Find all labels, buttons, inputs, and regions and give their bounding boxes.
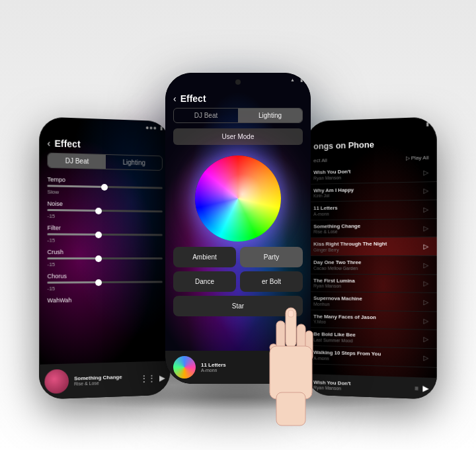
noise-slider[interactable] <box>48 209 163 212</box>
filter-slider[interactable] <box>48 233 163 236</box>
song-item[interactable]: Something Change Rise & Lose ▷ <box>306 219 437 238</box>
song-item[interactable]: Wish You Don't Ryan Manson ▷ <box>306 163 437 185</box>
song-title: Day One Two Three <box>313 259 361 266</box>
dance-button[interactable]: Dance <box>173 271 236 292</box>
song-play-icon[interactable]: ▷ <box>423 280 428 287</box>
right-controls[interactable]: ≡ ▶ <box>415 383 428 393</box>
effect-crush: Crush -15 <box>39 246 170 271</box>
ambient-button[interactable]: Ambient <box>173 247 236 267</box>
song-info: Why Am I Happy Kirin Jol <box>313 187 354 199</box>
effect-wahwah: WahWah <box>39 293 170 308</box>
tab-dj-beat-center[interactable]: DJ Beat <box>174 109 238 122</box>
left-header: ‹ Effect <box>39 128 170 156</box>
song-play-icon[interactable]: ▷ <box>423 187 428 195</box>
crush-slider[interactable] <box>48 257 163 259</box>
color-wheel-container <box>165 156 311 242</box>
star-button[interactable]: Star <box>173 296 303 316</box>
wifi-icon: ▲ <box>290 77 295 82</box>
effect-filter: Filter -15 <box>39 222 170 246</box>
left-album-art <box>44 369 69 394</box>
song-info: Walking 10 Steps From You A-monn <box>313 349 381 362</box>
left-play-controls[interactable]: ⋮⋮ ▶ <box>140 373 165 383</box>
left-now-playing: Something Change Rise & Lose <box>74 373 140 386</box>
right-screen: ▮ ongs on Phone ect All ▷ Play All Wish … <box>306 116 437 399</box>
left-tab-bar: DJ Beat Lighting <box>48 153 163 171</box>
song-item[interactable]: Kiss Right Through The Night Ginger Berr… <box>306 238 437 256</box>
center-play-icon[interactable]: ▶ <box>296 362 303 373</box>
song-play-icon[interactable]: ▷ <box>423 261 428 269</box>
song-title: Why Am I Happy <box>313 187 354 194</box>
song-item[interactable]: Walking 10 Steps From You A-monn ▷ <box>306 346 437 368</box>
user-mode-button[interactable]: User Mode <box>173 128 303 145</box>
queue-icon[interactable]: ≡ <box>415 384 418 392</box>
song-play-icon[interactable]: ▷ <box>423 298 428 306</box>
song-artist: Ryan Manson <box>313 175 350 180</box>
song-play-icon[interactable]: ▷ <box>423 169 428 176</box>
song-artist: A-monn <box>313 211 338 216</box>
song-play-icon[interactable]: ▷ <box>423 354 428 361</box>
phone-left: ▮ ‹ Effect DJ Beat Lighting Tempo Slow <box>39 116 170 399</box>
song-info: Day One Two Three Cacao Mellow Garden <box>313 259 361 271</box>
back-button[interactable]: ‹ <box>48 138 51 148</box>
color-wheel[interactable] <box>195 156 281 242</box>
song-artist: Ryan Manson <box>313 284 355 289</box>
right-play-icon[interactable]: ▶ <box>422 384 428 394</box>
song-title: Something Change <box>313 223 360 230</box>
song-play-icon[interactable]: ▷ <box>423 224 428 232</box>
effect-chorus: Chorus -15 <box>39 270 170 294</box>
tab-dj-beat-left[interactable]: DJ Beat <box>48 154 106 169</box>
song-item[interactable]: Why Am I Happy Kirin Jol ▷ <box>306 182 437 202</box>
tab-lighting-left[interactable]: Lighting <box>106 155 162 170</box>
song-play-icon[interactable]: ▷ <box>423 243 428 250</box>
center-header: ‹ Effect <box>165 84 311 108</box>
party-button[interactable]: Party <box>240 247 303 267</box>
center-now-playing: 11 Letters A-monn <box>201 362 226 373</box>
wahwah-label: WahWah <box>48 296 163 304</box>
select-all-button[interactable]: ect All <box>313 158 327 163</box>
center-song-title: 11 Letters <box>201 362 226 368</box>
song-title: Wish You Don't <box>313 169 350 176</box>
play-icon[interactable]: ▶ <box>159 373 165 382</box>
song-artist: Rise & Lose <box>313 229 360 234</box>
phone-center: ▲ ▮ ‹ Effect DJ Beat Lighting User Mode … <box>165 73 311 384</box>
center-bottom-bar: 11 Letters A-monn ▶ <box>165 351 311 384</box>
right-bottom-row: Wish You Don't Ryan Manson ≡ ▶ <box>313 379 428 394</box>
song-play-icon[interactable]: ▷ <box>423 206 428 213</box>
song-artist: Kirin Jol <box>313 193 354 199</box>
play-all-button[interactable]: ▷ Play All <box>406 155 429 161</box>
signal-dot2 <box>150 126 153 129</box>
song-info: Kiss Right Through The Night Ginger Berr… <box>313 241 387 252</box>
song-title: Kiss Right Through The Night <box>313 241 387 248</box>
status-dots: ▮ <box>146 124 163 131</box>
song-item[interactable]: The First Lumina Ryan Manson ▷ <box>306 274 437 293</box>
center-tab-bar: DJ Beat Lighting <box>173 108 303 123</box>
song-item[interactable]: Day One Two Three Cacao Mellow Garden ▷ <box>306 256 437 275</box>
effect-noise: Noise -15 <box>39 197 170 223</box>
battery-icon: ▮ <box>160 125 163 131</box>
song-info: Something Change Rise & Lose <box>313 223 360 234</box>
signal-dot3 <box>153 126 156 129</box>
song-item[interactable]: Supernova Machine Monhun ▷ <box>306 292 437 312</box>
center-play-controls[interactable]: ▶ <box>296 361 303 373</box>
song-play-icon[interactable]: ▷ <box>423 317 428 324</box>
song-list: Wish You Don't Ryan Manson ▷ Why Am I Ha… <box>306 163 437 400</box>
song-item[interactable]: The Many Faces of Jason Y.Moo ▷ <box>306 310 437 330</box>
prev-icon[interactable]: ⋮⋮ <box>140 374 155 384</box>
tab-lighting-center[interactable]: Lighting <box>238 109 302 122</box>
chorus-slider[interactable] <box>48 281 163 283</box>
tempo-slider[interactable] <box>48 185 163 189</box>
thunder-bolt-button[interactable]: er Bolt <box>240 271 303 292</box>
center-song-artist: A-monn <box>201 368 226 373</box>
song-item[interactable]: 11 Letters A-monn ▷ <box>306 201 437 220</box>
noise-value: -15 <box>48 213 163 220</box>
song-play-icon[interactable]: ▷ <box>423 336 428 343</box>
center-album-art <box>173 356 196 379</box>
center-battery-icon: ▮ <box>300 77 303 83</box>
effect-tempo: Tempo Slow <box>39 173 170 200</box>
right-now-playing-info: Wish You Don't Ryan Manson <box>313 379 350 391</box>
center-back-button[interactable]: ‹ <box>173 93 177 104</box>
songs-title: ongs on Phone <box>313 138 428 151</box>
song-artist: Y.Moo <box>313 320 376 326</box>
song-info: Supernova Machine Monhun <box>313 295 362 306</box>
song-info: The Many Faces of Jason Y.Moo <box>313 313 376 325</box>
